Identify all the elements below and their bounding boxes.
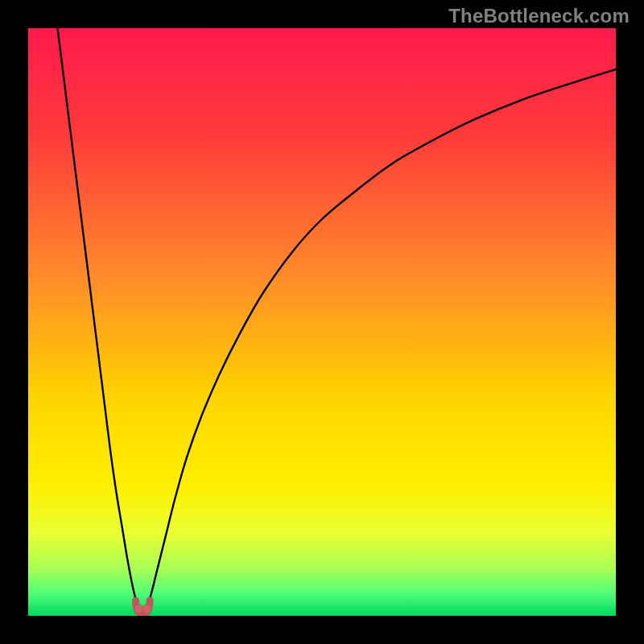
marker-min-left <box>134 605 143 613</box>
bottleneck-plot <box>28 28 616 616</box>
watermark-text: TheBottleneck.com <box>448 5 630 27</box>
marker-min-right <box>142 605 151 613</box>
gradient-background <box>28 28 616 616</box>
outer-frame: TheBottleneck.com <box>0 0 644 644</box>
